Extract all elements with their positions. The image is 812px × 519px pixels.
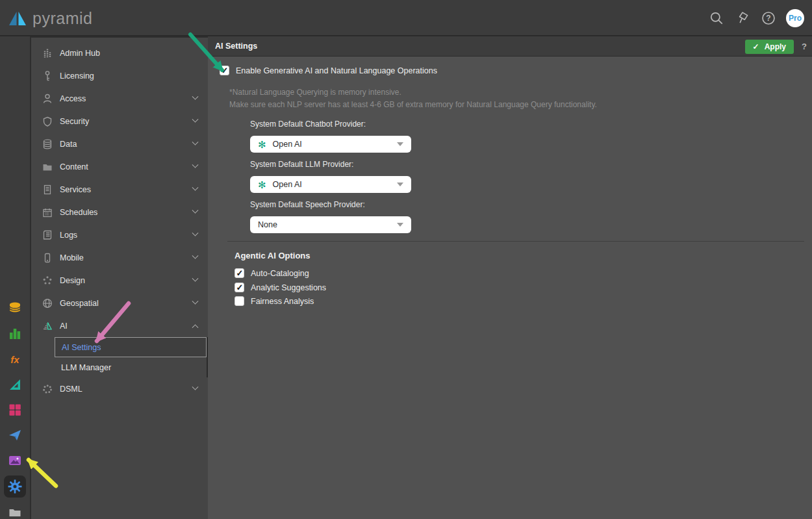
chevron-down-icon [192,162,199,168]
sidebar-item-label: Services [60,185,91,194]
sidebar-item-design[interactable]: Design [31,269,208,292]
openai-icon: ✻ [258,180,266,190]
publish-plane-icon[interactable] [4,424,26,446]
admin-gear-icon[interactable] [4,475,26,498]
speech-provider-dropdown[interactable]: None [250,216,411,233]
sidebar-item-label: DSML [60,385,82,394]
dropdown-value: Open AI [273,140,302,149]
sidebar-item-security[interactable]: Security [31,110,208,133]
phone-icon [42,252,53,264]
chevron-up-icon [192,324,199,331]
nlp-memory-note: *Natural Language Querying is memory int… [229,86,597,111]
pyramid-ai-icon [42,320,53,332]
sidebar-item-admin-hub[interactable]: Admin Hub [31,42,208,64]
pin-icon[interactable] [734,10,751,27]
enable-generative-ai-checkbox[interactable] [220,66,229,75]
speech-provider-label: System Default Speech Provider: [250,200,411,210]
sidebar-item-label: Access [60,94,86,103]
pro-badge: Pro [789,14,802,23]
sidebar-item-ai[interactable]: AI [31,314,208,337]
cluster-icon [42,383,53,395]
sidebar-item-label: Schedules [60,208,97,217]
chevron-down-icon [192,116,199,123]
admin-sidebar: Admin Hub Licensing Access [30,36,208,519]
design-ruler-icon[interactable] [4,373,26,396]
sidebar-item-schedules[interactable]: Schedules [31,201,208,223]
formula-icon[interactable]: fx [4,348,26,370]
main-panel: AI Settings ✓ Apply ? Enable Generative … [208,36,812,519]
top-bar: pyramid ? Pro [0,0,812,36]
sidebar-item-services[interactable]: Services [31,178,208,201]
document-icon [42,184,53,196]
sidebar-item-access[interactable]: Access [31,87,208,110]
sidebar-item-label: Security [60,117,89,126]
data-warehouse-icon[interactable] [4,297,26,319]
subitem-label: AI Settings [55,343,101,352]
sidebar-subitem-llm-manager[interactable]: LLM Manager [55,357,207,377]
llm-provider-group: System Default LLM Provider: ✻ Open AI [250,160,411,193]
sidebar-item-logs[interactable]: Logs [31,223,208,246]
sidebar-item-content[interactable]: Content [31,155,208,178]
sidebar-item-label: Geospatial [60,299,99,308]
chevron-down-icon [192,275,199,282]
sidebar-item-mobile[interactable]: Mobile [31,246,208,269]
sidebar-item-label: Data [60,140,77,149]
openai-icon: ✻ [258,140,266,149]
image-icon[interactable] [4,449,26,472]
auto-cataloging-checkbox[interactable] [235,268,244,278]
check-icon: ✓ [753,42,759,51]
globe-icon [42,297,53,309]
enable-generative-ai-row: Enable Generative AI and Natural Languag… [220,66,437,75]
sidebar-item-label: Design [60,276,85,285]
sidebar-item-geospatial[interactable]: Geospatial [31,292,208,314]
log-icon [42,229,53,241]
shield-icon [42,116,53,127]
fairness-analysis-label: Fairness Analysis [251,297,314,306]
auto-cataloging-row: Auto-Cataloging [235,268,309,278]
sidebar-item-dsml[interactable]: DSML [31,377,208,400]
fairness-analysis-checkbox[interactable] [235,296,244,306]
dropdown-value: Open AI [273,180,302,189]
analytic-suggestions-checkbox[interactable] [235,283,244,292]
content-header: AI Settings ✓ Apply ? [208,36,812,57]
avatar[interactable]: Pro [786,9,804,27]
apply-button[interactable]: ✓ Apply [745,40,794,54]
sidebar-item-label: Admin Hub [60,49,100,58]
chevron-down-icon [192,384,199,390]
fairness-analysis-row: Fairness Analysis [235,296,314,306]
sidebar-item-label: Logs [60,231,77,240]
chevron-down-icon [192,139,199,146]
sidebar-item-label: AI [60,322,68,331]
grid-squares-icon[interactable] [4,399,26,421]
analytic-suggestions-row: Analytic Suggestions [235,283,326,292]
svg-text:?: ? [766,14,770,23]
person-icon [42,93,53,105]
chatbot-provider-dropdown[interactable]: ✻ Open AI [250,136,411,153]
enable-generative-ai-label: Enable Generative AI and Natural Languag… [236,66,437,75]
ai-settings-form: Enable Generative AI and Natural Languag… [208,57,812,519]
agentic-ai-options-title: Agentic AI Options [235,251,311,260]
sidebar-item-data[interactable]: Data [31,133,208,155]
bar-chart-icon[interactable] [4,323,26,345]
chatbot-provider-group: System Default Chatbot Provider: ✻ Open … [250,120,411,153]
content-folder-icon[interactable] [4,501,26,519]
admin-hub-icon [42,47,53,59]
dropdown-value: None [258,220,277,229]
search-icon[interactable] [708,10,725,27]
speech-provider-group: System Default Speech Provider: None [250,200,411,233]
chevron-down-icon [192,253,199,259]
apply-label: Apply [765,42,786,51]
sidebar-item-label: Content [60,162,88,171]
help-icon[interactable]: ? [760,10,777,27]
analytic-suggestions-label: Analytic Suggestions [251,283,326,292]
dropdown-chevron-icon [397,223,403,227]
dropdown-chevron-icon [397,142,403,146]
dots-icon [42,275,53,286]
ai-submenu: AI Settings LLM Manager [55,337,208,377]
llm-provider-dropdown[interactable]: ✻ Open AI [250,176,411,193]
chevron-down-icon [192,94,199,100]
help-question-icon[interactable]: ? [802,42,807,51]
sidebar-item-licensing[interactable]: Licensing [31,64,208,87]
sidebar-subitem-ai-settings[interactable]: AI Settings [55,337,207,357]
note-line: *Natural Language Querying is memory int… [229,86,597,99]
